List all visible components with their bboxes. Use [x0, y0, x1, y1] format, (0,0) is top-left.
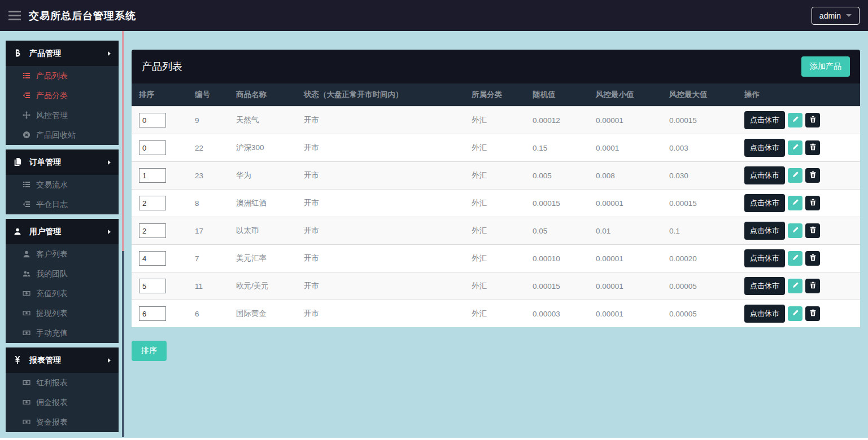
- pencil-icon: [792, 226, 799, 235]
- sidebar-item-customer-list[interactable]: 客户列表: [6, 244, 119, 264]
- sort-order-input[interactable]: [139, 306, 166, 321]
- main-content: 产品列表 添加产品 排序编号商品名称状态（大盘正常开市时间内）所属分类随机值风控…: [132, 31, 860, 361]
- close-market-button[interactable]: 点击休市: [744, 111, 785, 129]
- circle-x-icon: [23, 131, 31, 139]
- cell-risk-max: 0.00015: [665, 190, 740, 217]
- page-title: 产品列表: [142, 60, 182, 73]
- user-icon: [14, 227, 23, 236]
- sidebar-item-manual-recharge[interactable]: 手动充值: [6, 323, 119, 343]
- close-market-button[interactable]: 点击休市: [744, 194, 785, 212]
- delete-button[interactable]: [805, 251, 820, 266]
- delete-button[interactable]: [805, 223, 820, 238]
- cell-risk-min: 0.00001: [591, 272, 665, 300]
- sidebar-header-order-management[interactable]: 订单管理: [6, 149, 119, 175]
- pencil-icon: [792, 143, 799, 152]
- cell-risk-max: 0.1: [665, 217, 740, 245]
- cell-actions: 点击休市: [740, 190, 860, 217]
- sidebar-item-label: 充值列表: [36, 289, 68, 299]
- cell-status: 开市: [299, 300, 467, 328]
- cell-status: 开市: [299, 107, 467, 134]
- sidebar-header-product-management[interactable]: 产品管理: [6, 41, 119, 66]
- cell-status: 开市: [299, 134, 467, 162]
- close-market-button[interactable]: 点击休市: [744, 222, 785, 240]
- sidebar-item-dividend-report[interactable]: 红利报表: [6, 373, 119, 393]
- sidebar-item-my-team[interactable]: 我的团队: [6, 264, 119, 284]
- sidebar-item-label: 提现列表: [36, 309, 68, 319]
- table-row: 22沪深300开市外汇0.150.00010.003点击休市: [132, 134, 860, 162]
- cell-random-value: 0.00010: [528, 245, 591, 272]
- pencil-icon: [792, 199, 799, 208]
- table-row: 9天然气开市外汇0.000120.000010.00015点击休市: [132, 107, 860, 134]
- close-market-button[interactable]: 点击休市: [744, 249, 785, 267]
- sidebar-section-product-management: 产品管理产品列表产品分类风控管理产品回收站: [6, 41, 119, 145]
- delete-button[interactable]: [805, 196, 820, 210]
- sidebar-item-label: 资金报表: [36, 417, 68, 428]
- delete-button[interactable]: [805, 113, 820, 127]
- top-navbar: 交易所总后台管理系统 admin: [0, 0, 868, 31]
- sort-order-input[interactable]: [139, 168, 166, 183]
- sort-order-input[interactable]: [139, 223, 166, 238]
- sidebar-item-label: 产品分类: [36, 91, 68, 101]
- list-icon: [23, 72, 31, 80]
- cell-sort: [132, 162, 190, 190]
- sort-order-input[interactable]: [139, 251, 166, 266]
- edit-button[interactable]: [788, 306, 802, 321]
- table-row: 6国际黄金开市外汇0.000030.000010.00005点击休市: [132, 300, 860, 328]
- sort-order-input[interactable]: [139, 196, 166, 210]
- close-market-button[interactable]: 点击休市: [744, 277, 785, 295]
- sidebar-header-user-management[interactable]: 用户管理: [6, 219, 119, 244]
- delete-button[interactable]: [805, 279, 820, 293]
- cell-id: 7: [190, 245, 232, 272]
- cell-risk-max: 0.00020: [665, 245, 740, 272]
- edit-button[interactable]: [788, 168, 802, 183]
- hamburger-menu-icon[interactable]: [8, 11, 21, 20]
- edit-button[interactable]: [788, 223, 802, 238]
- cell-product-name: 国际黄金: [232, 300, 299, 328]
- move-icon: [23, 111, 31, 120]
- edit-button[interactable]: [788, 251, 802, 266]
- close-market-button[interactable]: 点击休市: [744, 166, 785, 184]
- edit-button[interactable]: [788, 140, 802, 155]
- sidebar-scrollbar-thumb[interactable]: [122, 31, 124, 251]
- sidebar-item-commission-report[interactable]: 佣金报表: [6, 393, 119, 412]
- sidebar-item-recharge-list[interactable]: 充值列表: [6, 284, 119, 303]
- sidebar-item-funds-report[interactable]: 资金报表: [6, 412, 119, 432]
- sidebar-header-label: 订单管理: [29, 157, 61, 168]
- app-window: 交易所总后台管理系统 admin 产品管理产品列表产品分类风控管理产品回收站订单…: [0, 0, 868, 440]
- sidebar: 产品管理产品列表产品分类风控管理产品回收站订单管理交易流水平仓日志用户管理客户列…: [6, 41, 119, 437]
- list-indent-icon: [23, 91, 31, 100]
- trash-icon: [809, 143, 817, 152]
- sidebar-item-product-category[interactable]: 产品分类: [6, 86, 119, 105]
- sort-order-input[interactable]: [139, 113, 166, 127]
- sort-button[interactable]: 排序: [132, 341, 167, 361]
- cell-random-value: 0.005: [528, 162, 591, 190]
- sidebar-header-report-management[interactable]: 报表管理: [6, 347, 119, 373]
- caret-right-icon: [108, 230, 111, 234]
- sort-order-input[interactable]: [139, 279, 166, 293]
- cell-category: 外汇: [467, 190, 528, 217]
- sidebar-item-product-recycle[interactable]: 产品回收站: [6, 125, 119, 145]
- yen-icon: [14, 356, 23, 365]
- cell-id: 8: [190, 190, 232, 217]
- user-menu-button[interactable]: admin: [812, 7, 860, 25]
- edit-button[interactable]: [788, 279, 802, 293]
- add-product-button[interactable]: 添加产品: [801, 56, 850, 77]
- sidebar-item-trade-flow[interactable]: 交易流水: [6, 175, 119, 195]
- edit-button[interactable]: [788, 113, 802, 127]
- column-header-5: 随机值: [528, 83, 591, 107]
- delete-button[interactable]: [805, 306, 820, 321]
- delete-button[interactable]: [805, 140, 820, 155]
- close-market-button[interactable]: 点击休市: [744, 305, 785, 323]
- delete-button[interactable]: [805, 168, 820, 183]
- trash-icon: [809, 281, 817, 291]
- sidebar-item-label: 我的团队: [36, 269, 68, 279]
- sidebar-item-product-list[interactable]: 产品列表: [6, 66, 119, 86]
- sidebar-item-risk-management[interactable]: 风控管理: [6, 105, 119, 125]
- sort-order-input[interactable]: [139, 140, 166, 155]
- edit-button[interactable]: [788, 196, 802, 210]
- sidebar-item-withdraw-list[interactable]: 提现列表: [6, 303, 119, 323]
- sidebar-scrollbar-track[interactable]: [122, 31, 124, 437]
- close-market-button[interactable]: 点击休市: [744, 139, 785, 157]
- banknote-icon: [23, 309, 31, 318]
- sidebar-item-close-log[interactable]: 平仓日志: [6, 195, 119, 214]
